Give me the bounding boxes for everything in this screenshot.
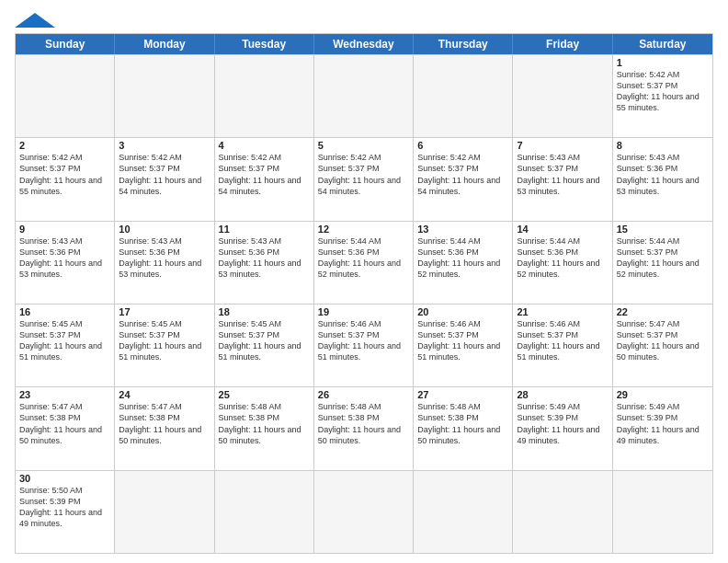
cal-cell-5: 5Sunrise: 5:42 AMSunset: 5:37 PMDaylight… xyxy=(314,138,414,220)
day-number: 30 xyxy=(19,473,110,484)
logo-icon xyxy=(15,13,55,28)
cell-info: Sunrise: 5:43 AMSunset: 5:36 PMDaylight:… xyxy=(119,236,210,281)
cal-cell-22: 22Sunrise: 5:47 AMSunset: 5:37 PMDayligh… xyxy=(613,304,712,386)
cell-info: Sunrise: 5:48 AMSunset: 5:38 PMDaylight:… xyxy=(417,401,508,446)
calendar-header: SundayMondayTuesdayWednesdayThursdayFrid… xyxy=(16,34,712,54)
day-number: 3 xyxy=(119,140,210,151)
cal-cell-empty xyxy=(215,55,314,137)
header-day-wednesday: Wednesday xyxy=(314,34,414,54)
cal-cell-26: 26Sunrise: 5:48 AMSunset: 5:38 PMDayligh… xyxy=(314,387,414,469)
day-number: 21 xyxy=(517,306,608,317)
cal-cell-14: 14Sunrise: 5:44 AMSunset: 5:36 PMDayligh… xyxy=(513,222,612,304)
day-number: 7 xyxy=(517,140,608,151)
cal-cell-1: 1Sunrise: 5:42 AMSunset: 5:37 PMDaylight… xyxy=(613,55,712,137)
header-day-saturday: Saturday xyxy=(613,34,712,54)
day-number: 14 xyxy=(517,224,608,235)
cal-cell-empty xyxy=(414,55,513,137)
cell-info: Sunrise: 5:46 AMSunset: 5:37 PMDaylight:… xyxy=(417,318,508,363)
cal-cell-24: 24Sunrise: 5:47 AMSunset: 5:38 PMDayligh… xyxy=(115,387,214,469)
cal-cell-20: 20Sunrise: 5:46 AMSunset: 5:37 PMDayligh… xyxy=(414,304,513,386)
header-day-tuesday: Tuesday xyxy=(215,34,314,54)
cell-info: Sunrise: 5:42 AMSunset: 5:37 PMDaylight:… xyxy=(617,69,709,114)
day-number: 4 xyxy=(219,140,310,151)
cell-info: Sunrise: 5:44 AMSunset: 5:37 PMDaylight:… xyxy=(617,236,709,281)
day-number: 22 xyxy=(617,306,709,317)
cal-cell-27: 27Sunrise: 5:48 AMSunset: 5:38 PMDayligh… xyxy=(414,387,513,469)
cal-cell-empty xyxy=(314,471,414,553)
day-number: 19 xyxy=(318,306,409,317)
page: SundayMondayTuesdayWednesdayThursdayFrid… xyxy=(0,0,728,563)
calendar-row-1: 2Sunrise: 5:42 AMSunset: 5:37 PMDaylight… xyxy=(16,137,712,220)
cal-cell-12: 12Sunrise: 5:44 AMSunset: 5:36 PMDayligh… xyxy=(314,222,414,304)
cal-cell-4: 4Sunrise: 5:42 AMSunset: 5:37 PMDaylight… xyxy=(215,138,314,220)
cal-cell-23: 23Sunrise: 5:47 AMSunset: 5:38 PMDayligh… xyxy=(16,387,115,469)
day-number: 11 xyxy=(219,224,310,235)
day-number: 26 xyxy=(318,389,409,400)
calendar: SundayMondayTuesdayWednesdayThursdayFrid… xyxy=(15,33,713,554)
cell-info: Sunrise: 5:42 AMSunset: 5:37 PMDaylight:… xyxy=(417,152,508,197)
cal-cell-11: 11Sunrise: 5:43 AMSunset: 5:36 PMDayligh… xyxy=(215,222,314,304)
cal-cell-empty xyxy=(215,471,314,553)
cell-info: Sunrise: 5:48 AMSunset: 5:38 PMDaylight:… xyxy=(219,401,310,446)
svg-marker-0 xyxy=(15,13,55,28)
cell-info: Sunrise: 5:45 AMSunset: 5:37 PMDaylight:… xyxy=(119,318,210,363)
day-number: 29 xyxy=(617,389,709,400)
cell-info: Sunrise: 5:47 AMSunset: 5:38 PMDaylight:… xyxy=(19,401,110,446)
cell-info: Sunrise: 5:45 AMSunset: 5:37 PMDaylight:… xyxy=(219,318,310,363)
cell-info: Sunrise: 5:47 AMSunset: 5:38 PMDaylight:… xyxy=(119,401,210,446)
cal-cell-21: 21Sunrise: 5:46 AMSunset: 5:37 PMDayligh… xyxy=(513,304,612,386)
day-number: 25 xyxy=(219,389,310,400)
calendar-row-0: 1Sunrise: 5:42 AMSunset: 5:37 PMDaylight… xyxy=(16,54,712,137)
day-number: 10 xyxy=(119,224,210,235)
cell-info: Sunrise: 5:48 AMSunset: 5:38 PMDaylight:… xyxy=(318,401,409,446)
cal-cell-empty xyxy=(613,471,712,553)
cal-cell-3: 3Sunrise: 5:42 AMSunset: 5:37 PMDaylight… xyxy=(115,138,214,220)
calendar-row-3: 16Sunrise: 5:45 AMSunset: 5:37 PMDayligh… xyxy=(16,304,712,386)
cal-cell-empty xyxy=(513,471,612,553)
cal-cell-19: 19Sunrise: 5:46 AMSunset: 5:37 PMDayligh… xyxy=(314,304,414,386)
calendar-row-2: 9Sunrise: 5:43 AMSunset: 5:36 PMDaylight… xyxy=(16,221,712,304)
cell-info: Sunrise: 5:50 AMSunset: 5:39 PMDaylight:… xyxy=(19,485,110,530)
header xyxy=(15,9,713,28)
cal-cell-6: 6Sunrise: 5:42 AMSunset: 5:37 PMDaylight… xyxy=(414,138,513,220)
day-number: 6 xyxy=(417,140,508,151)
cell-info: Sunrise: 5:42 AMSunset: 5:37 PMDaylight:… xyxy=(219,152,310,197)
calendar-row-4: 23Sunrise: 5:47 AMSunset: 5:38 PMDayligh… xyxy=(16,386,712,469)
cell-info: Sunrise: 5:42 AMSunset: 5:37 PMDaylight:… xyxy=(318,152,409,197)
cal-cell-empty xyxy=(314,55,414,137)
cal-cell-9: 9Sunrise: 5:43 AMSunset: 5:36 PMDaylight… xyxy=(16,222,115,304)
cal-cell-29: 29Sunrise: 5:49 AMSunset: 5:39 PMDayligh… xyxy=(613,387,712,469)
header-day-monday: Monday xyxy=(115,34,214,54)
cal-cell-empty xyxy=(513,55,612,137)
logo xyxy=(15,9,55,28)
cell-info: Sunrise: 5:44 AMSunset: 5:36 PMDaylight:… xyxy=(417,236,508,281)
cal-cell-10: 10Sunrise: 5:43 AMSunset: 5:36 PMDayligh… xyxy=(115,222,214,304)
cal-cell-28: 28Sunrise: 5:49 AMSunset: 5:39 PMDayligh… xyxy=(513,387,612,469)
day-number: 9 xyxy=(19,224,110,235)
cell-info: Sunrise: 5:46 AMSunset: 5:37 PMDaylight:… xyxy=(318,318,409,363)
day-number: 13 xyxy=(417,224,508,235)
cal-cell-empty xyxy=(16,55,115,137)
cal-cell-empty xyxy=(414,471,513,553)
cal-cell-7: 7Sunrise: 5:43 AMSunset: 5:37 PMDaylight… xyxy=(513,138,612,220)
header-day-sunday: Sunday xyxy=(16,34,115,54)
cell-info: Sunrise: 5:44 AMSunset: 5:36 PMDaylight:… xyxy=(318,236,409,281)
day-number: 17 xyxy=(119,306,210,317)
header-day-friday: Friday xyxy=(513,34,612,54)
cal-cell-8: 8Sunrise: 5:43 AMSunset: 5:36 PMDaylight… xyxy=(613,138,712,220)
day-number: 24 xyxy=(119,389,210,400)
header-day-thursday: Thursday xyxy=(414,34,513,54)
calendar-body: 1Sunrise: 5:42 AMSunset: 5:37 PMDaylight… xyxy=(16,54,712,553)
day-number: 12 xyxy=(318,224,409,235)
cal-cell-18: 18Sunrise: 5:45 AMSunset: 5:37 PMDayligh… xyxy=(215,304,314,386)
cal-cell-15: 15Sunrise: 5:44 AMSunset: 5:37 PMDayligh… xyxy=(613,222,712,304)
cell-info: Sunrise: 5:42 AMSunset: 5:37 PMDaylight:… xyxy=(119,152,210,197)
cal-cell-2: 2Sunrise: 5:42 AMSunset: 5:37 PMDaylight… xyxy=(16,138,115,220)
cell-info: Sunrise: 5:49 AMSunset: 5:39 PMDaylight:… xyxy=(517,401,608,446)
day-number: 2 xyxy=(19,140,110,151)
cal-cell-25: 25Sunrise: 5:48 AMSunset: 5:38 PMDayligh… xyxy=(215,387,314,469)
day-number: 28 xyxy=(517,389,608,400)
cell-info: Sunrise: 5:43 AMSunset: 5:36 PMDaylight:… xyxy=(219,236,310,281)
cell-info: Sunrise: 5:49 AMSunset: 5:39 PMDaylight:… xyxy=(617,401,709,446)
cell-info: Sunrise: 5:44 AMSunset: 5:36 PMDaylight:… xyxy=(517,236,608,281)
